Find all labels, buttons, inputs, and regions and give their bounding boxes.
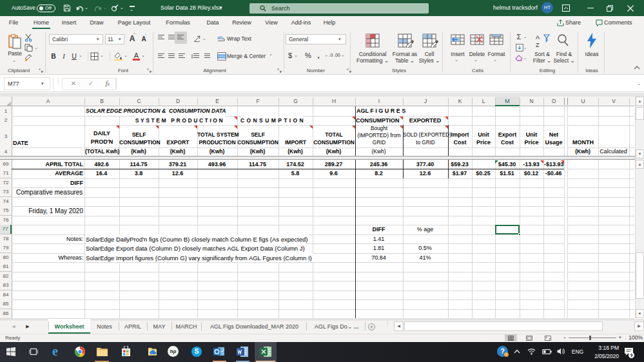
svg-text:Z: Z	[536, 42, 540, 48]
svg-text:ab: ab	[217, 35, 223, 41]
svg-text:A: A	[536, 34, 540, 41]
